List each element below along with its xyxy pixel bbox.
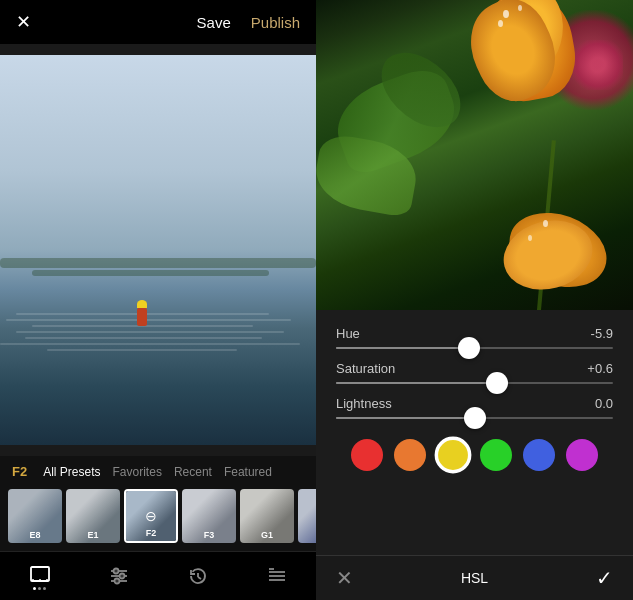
top-bar: ✕ Save Publish: [0, 0, 316, 44]
swatch-green[interactable]: [480, 439, 512, 471]
color-swatches: [336, 431, 613, 479]
swatch-purple[interactable]: [566, 439, 598, 471]
top-bar-actions: Save Publish: [197, 14, 300, 31]
close-button[interactable]: ✕: [16, 13, 31, 31]
swatch-blue[interactable]: [523, 439, 555, 471]
hsl-bottom-bar: ✕ HSL ✓: [316, 555, 633, 600]
hsl-confirm-button[interactable]: ✓: [596, 566, 613, 590]
preset-thumb-f3[interactable]: F3: [182, 489, 236, 543]
figure: [136, 300, 148, 328]
preset-label-bar: F2 All Presets Favorites Recent Featured: [0, 456, 316, 485]
tab-all-presets[interactable]: All Presets: [43, 465, 100, 479]
tab-recent[interactable]: Recent: [174, 465, 212, 479]
publish-button[interactable]: Publish: [251, 14, 300, 31]
swatch-red[interactable]: [351, 439, 383, 471]
hsl-cancel-button[interactable]: ✕: [336, 566, 353, 590]
preset-tabs: All Presets Favorites Recent Featured: [43, 465, 304, 479]
preset-thumb-f2[interactable]: ⊖ F2: [124, 489, 178, 543]
hue-slider-row: Hue -5.9: [336, 326, 613, 349]
tab-featured[interactable]: Featured: [224, 465, 272, 479]
saturation-slider-header: Saturation +0.6: [336, 361, 613, 376]
preset-thumb-g1[interactable]: G1: [240, 489, 294, 543]
right-panel: Hue -5.9 Saturation +0.6 Lightness 0: [316, 0, 633, 600]
main-image-area: [0, 44, 316, 456]
svg-line-11: [198, 577, 201, 579]
svg-point-1: [32, 579, 34, 581]
current-preset-label: F2: [12, 464, 27, 479]
history-tool-button[interactable]: [187, 565, 209, 587]
saturation-label: Saturation: [336, 361, 395, 376]
hue-slider-track[interactable]: [336, 347, 613, 349]
frame-tool-button[interactable]: [29, 562, 51, 590]
svg-point-9: [114, 579, 119, 584]
lightness-slider-track[interactable]: [336, 417, 613, 419]
svg-point-2: [39, 579, 41, 581]
lightness-slider-row: Lightness 0.0: [336, 396, 613, 419]
main-image: [0, 55, 316, 445]
presets-section: F2 All Presets Favorites Recent Featured…: [0, 456, 316, 551]
flower-image: [316, 0, 633, 310]
swatch-yellow[interactable]: [435, 437, 472, 474]
save-button[interactable]: Save: [197, 14, 231, 31]
tab-favorites[interactable]: Favorites: [113, 465, 162, 479]
lightness-label: Lightness: [336, 396, 392, 411]
adjust-tool-button[interactable]: [108, 565, 130, 587]
hsl-title: HSL: [461, 570, 488, 586]
preset-thumb-e1[interactable]: E1: [66, 489, 120, 543]
hue-value: -5.9: [591, 326, 613, 341]
left-panel: ✕ Save Publish: [0, 0, 316, 600]
svg-rect-0: [31, 567, 49, 581]
lightness-value: 0.0: [595, 396, 613, 411]
hsl-controls: Hue -5.9 Saturation +0.6 Lightness 0: [316, 310, 633, 555]
svg-point-7: [113, 569, 118, 574]
bottom-toolbar: [0, 551, 316, 600]
saturation-slider-row: Saturation +0.6: [336, 361, 613, 384]
hue-label: Hue: [336, 326, 360, 341]
svg-point-8: [119, 574, 124, 579]
swatch-orange[interactable]: [394, 439, 426, 471]
preset-thumb-e8[interactable]: E8: [8, 489, 62, 543]
saturation-slider-track[interactable]: [336, 382, 613, 384]
toolbar-dots: [33, 587, 46, 590]
svg-point-3: [46, 579, 48, 581]
preset-thumb-g2[interactable]: G2: [298, 489, 316, 543]
saturation-value: +0.6: [587, 361, 613, 376]
water-reflections: [0, 309, 316, 446]
preset-thumbnails: E8 E1 ⊖ F2 F3 G1: [0, 485, 316, 551]
layers-tool-button[interactable]: [266, 565, 288, 587]
